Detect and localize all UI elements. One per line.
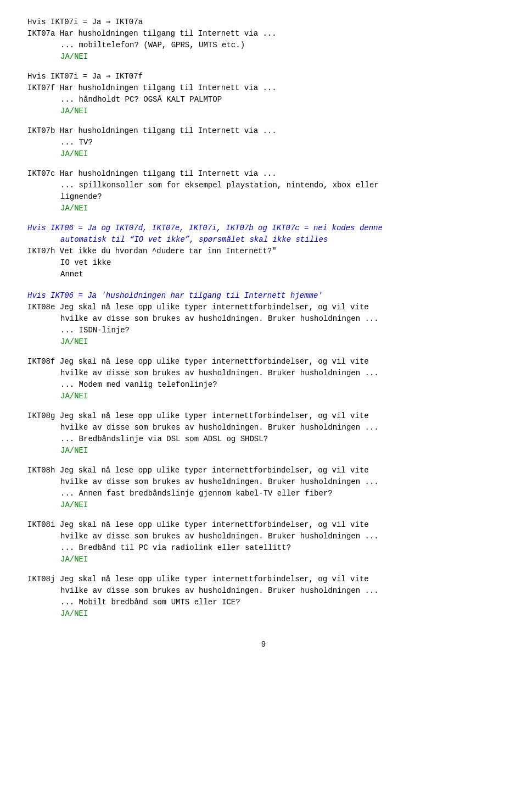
subtext-ikt08g: ... Bredbåndslinje via DSL som ADSL og S… <box>60 433 500 445</box>
subtext-ikt08i: ... Bredbånd til PC via radiolink eller … <box>60 542 500 554</box>
section-ikt07h: Hvis IKT06 = Ja og IKT07d, IKT07e, IKT07… <box>27 223 500 280</box>
subtext-ikt08h: ... Annen fast bredbåndslinje gjennom ka… <box>60 488 500 499</box>
condition-ikt08e: Hvis IKT06 = Ja 'husholdningen har tilga… <box>27 290 500 302</box>
condition-ikt07h-2: automatisk til “IO vet ikke”, spørsmålet… <box>60 234 500 246</box>
section-ikt07b: IKT07b Har husholdningen tilgang til Int… <box>27 125 500 158</box>
answer-ikt08e: JA/NEI <box>60 337 500 346</box>
question-ikt07f: IKT07f Har husholdningen tilgang til Int… <box>27 82 500 94</box>
section-ikt07f: Hvis IKT07i = Ja ⇒ IKT07f IKT07f Har hus… <box>27 71 500 115</box>
answer-ikt07f: JA/NEI <box>60 107 500 115</box>
question-ikt08i: IKT08i Jeg skal nå lese opp ulike typer … <box>27 519 500 531</box>
section-ikt08j: IKT08j Jeg skal nå lese opp ulike typer … <box>27 574 500 618</box>
subtext-ikt07c-2: lignende? <box>60 191 500 203</box>
section-ikt08i: IKT08i Jeg skal nå lese opp ulike typer … <box>27 519 500 564</box>
page-content: Hvis IKT07i = Ja ⇒ IKT07a IKT07a Har hus… <box>27 16 500 649</box>
option-annet: Annet <box>60 269 500 280</box>
answer-ikt08g: JA/NEI <box>60 446 500 455</box>
header-ikt07f: Hvis IKT07i = Ja ⇒ IKT07f <box>27 71 500 82</box>
answer-ikt07b: JA/NEI <box>60 149 500 158</box>
section-ikt07a: Hvis IKT07i = Ja ⇒ IKT07a IKT07a Har hus… <box>27 16 500 61</box>
question-ikt08g: IKT08g Jeg skal nå lese opp ulike typer … <box>27 410 500 422</box>
question-ikt08f: IKT08f Jeg skal nå lese opp ulike typer … <box>27 356 500 368</box>
answer-ikt08j: JA/NEI <box>60 609 500 618</box>
question-ikt08e: IKT08e Jeg skal nå lese opp ulike typer … <box>27 302 500 313</box>
section-ikt08g: IKT08g Jeg skal nå lese opp ulike typer … <box>27 410 500 455</box>
subtext-ikt07f: ... håndholdt PC? OGSÅ KALT PALMTOP <box>60 94 500 105</box>
question-ikt07b: IKT07b Har husholdningen tilgang til Int… <box>27 125 500 137</box>
section-ikt08h: IKT08h Jeg skal nå lese opp ulike typer … <box>27 465 500 509</box>
section-ikt08e: Hvis IKT06 = Ja 'husholdningen har tilga… <box>27 290 500 346</box>
option-io-vet-ikke: IO vet ikke <box>60 257 500 269</box>
condition-ikt07h: Hvis IKT06 = Ja og IKT07d, IKT07e, IKT07… <box>27 223 500 234</box>
question-ikt08h: IKT08h Jeg skal nå lese opp ulike typer … <box>27 465 500 476</box>
subtext-ikt07b: ... TV? <box>60 137 500 148</box>
question-ikt07h: IKT07h Vet ikke du hvordan ^dudere tar i… <box>27 246 500 257</box>
question-ikt08i-2: hvilke av disse som brukes av husholdnin… <box>60 531 500 542</box>
subtext-ikt08j: ... Mobilt bredbånd som UMTS eller ICE? <box>60 597 500 608</box>
question-ikt08f-2: hvilke av disse som brukes av husholdnin… <box>60 368 500 379</box>
question-ikt07c: IKT07c Har husholdningen tilgang til Int… <box>27 168 500 180</box>
answer-ikt08h: JA/NEI <box>60 500 500 509</box>
answer-ikt08f: JA/NEI <box>60 392 500 401</box>
answer-ikt08i: JA/NEI <box>60 555 500 564</box>
question-ikt07a: IKT07a Har husholdningen tilgang til Int… <box>27 28 500 40</box>
question-ikt08e-2: hvilke av disse som brukes av husholdnin… <box>60 313 500 325</box>
question-ikt08j: IKT08j Jeg skal nå lese opp ulike typer … <box>27 574 500 585</box>
question-ikt08g-2: hvilke av disse som brukes av husholdnin… <box>60 422 500 433</box>
answer-ikt07a: JA/NEI <box>60 52 500 61</box>
question-ikt08h-2: hvilke av disse som brukes av husholdnin… <box>60 476 500 488</box>
section-ikt08f: IKT08f Jeg skal nå lese opp ulike typer … <box>27 356 500 401</box>
answer-ikt07c: JA/NEI <box>60 204 500 213</box>
section-ikt07c: IKT07c Har husholdningen tilgang til Int… <box>27 168 500 213</box>
subtext-ikt07a: ... mobiltelefon? (WAP, GPRS, UMTS etc.) <box>60 40 500 51</box>
page-number: 9 <box>27 640 500 649</box>
subtext-ikt07c: ... spillkonsoller som for eksempel play… <box>60 180 500 191</box>
subtext-ikt08e: ... ISDN-linje? <box>60 325 500 336</box>
question-ikt08j-2: hvilke av disse som brukes av husholdnin… <box>60 585 500 597</box>
subtext-ikt08f: ... Modem med vanlig telefonlinje? <box>60 379 500 391</box>
header-ikt07a: Hvis IKT07i = Ja ⇒ IKT07a <box>27 16 500 28</box>
